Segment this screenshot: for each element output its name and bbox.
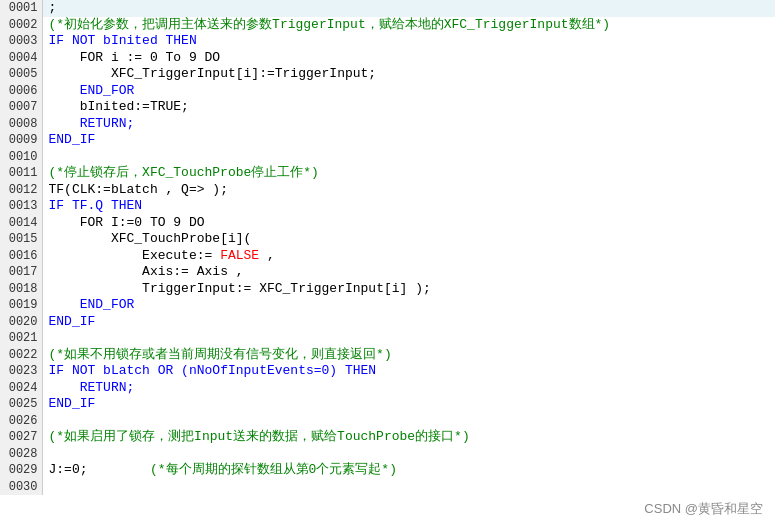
line-code: FOR i := 0 To 9 DO bbox=[42, 50, 775, 67]
table-row: 0018 TriggerInput:= XFC_TriggerInput[i] … bbox=[0, 281, 775, 298]
table-row: 0004 FOR i := 0 To 9 DO bbox=[0, 50, 775, 67]
line-number: 0001 bbox=[0, 0, 42, 17]
line-number: 0007 bbox=[0, 99, 42, 116]
line-code: END_IF bbox=[42, 314, 775, 331]
line-number: 0017 bbox=[0, 264, 42, 281]
table-row: 0006 END_FOR bbox=[0, 83, 775, 100]
line-number: 0014 bbox=[0, 215, 42, 232]
table-row: 0028 bbox=[0, 446, 775, 463]
line-code: XFC_TouchProbe[i]( bbox=[42, 231, 775, 248]
line-number: 0019 bbox=[0, 297, 42, 314]
watermark: CSDN @黄昏和星空 bbox=[644, 500, 763, 518]
line-code: ; bbox=[42, 0, 775, 17]
line-number: 0023 bbox=[0, 363, 42, 380]
table-row: 0022(*如果不用锁存或者当前周期没有信号变化，则直接返回*) bbox=[0, 347, 775, 364]
line-code bbox=[42, 413, 775, 430]
line-number: 0030 bbox=[0, 479, 42, 496]
line-number: 0015 bbox=[0, 231, 42, 248]
table-row: 0026 bbox=[0, 413, 775, 430]
line-code: END_IF bbox=[42, 396, 775, 413]
table-row: 0008 RETURN; bbox=[0, 116, 775, 133]
line-number: 0005 bbox=[0, 66, 42, 83]
line-number: 0027 bbox=[0, 429, 42, 446]
line-number: 0002 bbox=[0, 17, 42, 34]
line-number: 0018 bbox=[0, 281, 42, 298]
line-code: IF TF.Q THEN bbox=[42, 198, 775, 215]
table-row: 0024 RETURN; bbox=[0, 380, 775, 397]
line-code: XFC_TriggerInput[i]:=TriggerInput; bbox=[42, 66, 775, 83]
table-row: 0014 FOR I:=0 TO 9 DO bbox=[0, 215, 775, 232]
line-number: 0013 bbox=[0, 198, 42, 215]
table-row: 0001; bbox=[0, 0, 775, 17]
line-number: 0012 bbox=[0, 182, 42, 199]
line-code: RETURN; bbox=[42, 116, 775, 133]
table-row: 0019 END_FOR bbox=[0, 297, 775, 314]
table-row: 0016 Execute:= FALSE , bbox=[0, 248, 775, 265]
line-code: END_IF bbox=[42, 132, 775, 149]
line-code bbox=[42, 149, 775, 166]
table-row: 0002(*初始化参数，把调用主体送来的参数TriggerInput，赋给本地的… bbox=[0, 17, 775, 34]
table-row: 0027(*如果启用了锁存，测把Input送来的数据，赋给TouchProbe的… bbox=[0, 429, 775, 446]
table-row: 0015 XFC_TouchProbe[i]( bbox=[0, 231, 775, 248]
line-code: TriggerInput:= XFC_TriggerInput[i] ); bbox=[42, 281, 775, 298]
code-table: 0001;0002(*初始化参数，把调用主体送来的参数TriggerInput，… bbox=[0, 0, 775, 495]
table-row: 0012TF(CLK:=bLatch , Q=> ); bbox=[0, 182, 775, 199]
line-number: 0024 bbox=[0, 380, 42, 397]
line-number: 0006 bbox=[0, 83, 42, 100]
line-code: IF NOT bInited THEN bbox=[42, 33, 775, 50]
table-row: 0005 XFC_TriggerInput[i]:=TriggerInput; bbox=[0, 66, 775, 83]
line-code: (*初始化参数，把调用主体送来的参数TriggerInput，赋给本地的XFC_… bbox=[42, 17, 775, 34]
line-number: 0010 bbox=[0, 149, 42, 166]
line-code: END_FOR bbox=[42, 297, 775, 314]
line-number: 0021 bbox=[0, 330, 42, 347]
table-row: 0025END_IF bbox=[0, 396, 775, 413]
table-row: 0013IF TF.Q THEN bbox=[0, 198, 775, 215]
table-row: 0030 bbox=[0, 479, 775, 496]
line-number: 0025 bbox=[0, 396, 42, 413]
line-code: TF(CLK:=bLatch , Q=> ); bbox=[42, 182, 775, 199]
line-code bbox=[42, 446, 775, 463]
table-row: 0029J:=0; (*每个周期的探针数组从第0个元素写起*) bbox=[0, 462, 775, 479]
table-row: 0020END_IF bbox=[0, 314, 775, 331]
line-number: 0026 bbox=[0, 413, 42, 430]
line-number: 0028 bbox=[0, 446, 42, 463]
line-code: Axis:= Axis , bbox=[42, 264, 775, 281]
line-code: bInited:=TRUE; bbox=[42, 99, 775, 116]
line-number: 0020 bbox=[0, 314, 42, 331]
line-code: IF NOT bLatch OR (nNoOfInputEvents=0) TH… bbox=[42, 363, 775, 380]
line-code bbox=[42, 479, 775, 496]
line-number: 0016 bbox=[0, 248, 42, 265]
line-number: 0022 bbox=[0, 347, 42, 364]
table-row: 0017 Axis:= Axis , bbox=[0, 264, 775, 281]
line-code: END_FOR bbox=[42, 83, 775, 100]
table-row: 0011(*停止锁存后，XFC_TouchProbe停止工作*) bbox=[0, 165, 775, 182]
line-code: Execute:= FALSE , bbox=[42, 248, 775, 265]
table-row: 0010 bbox=[0, 149, 775, 166]
line-code: (*如果不用锁存或者当前周期没有信号变化，则直接返回*) bbox=[42, 347, 775, 364]
table-row: 0007 bInited:=TRUE; bbox=[0, 99, 775, 116]
line-code: (*如果启用了锁存，测把Input送来的数据，赋给TouchProbe的接口*) bbox=[42, 429, 775, 446]
table-row: 0021 bbox=[0, 330, 775, 347]
code-editor: 0001;0002(*初始化参数，把调用主体送来的参数TriggerInput，… bbox=[0, 0, 775, 526]
line-code bbox=[42, 330, 775, 347]
line-code: FOR I:=0 TO 9 DO bbox=[42, 215, 775, 232]
line-number: 0011 bbox=[0, 165, 42, 182]
table-row: 0023IF NOT bLatch OR (nNoOfInputEvents=0… bbox=[0, 363, 775, 380]
line-code: J:=0; (*每个周期的探针数组从第0个元素写起*) bbox=[42, 462, 775, 479]
table-row: 0009END_IF bbox=[0, 132, 775, 149]
line-code: (*停止锁存后，XFC_TouchProbe停止工作*) bbox=[42, 165, 775, 182]
line-number: 0004 bbox=[0, 50, 42, 67]
table-row: 0003IF NOT bInited THEN bbox=[0, 33, 775, 50]
line-number: 0029 bbox=[0, 462, 42, 479]
line-number: 0003 bbox=[0, 33, 42, 50]
line-number: 0009 bbox=[0, 132, 42, 149]
line-number: 0008 bbox=[0, 116, 42, 133]
line-code: RETURN; bbox=[42, 380, 775, 397]
